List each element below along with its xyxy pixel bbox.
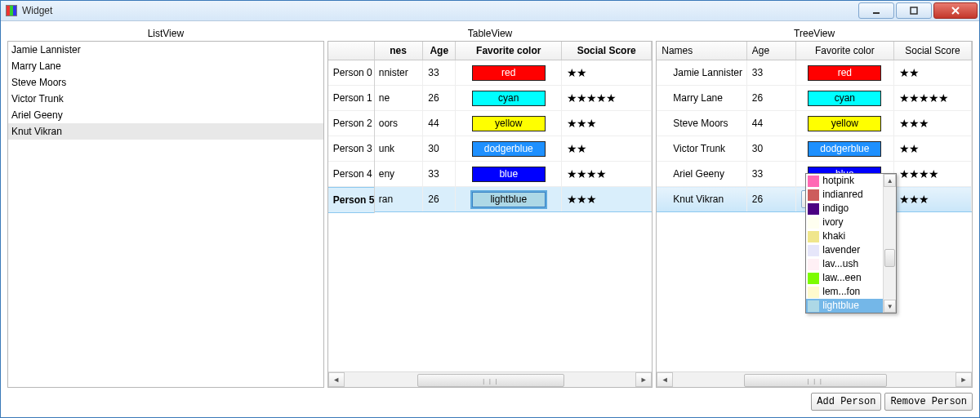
- scroll-thumb[interactable]: | | |: [417, 374, 564, 387]
- scroll-left-icon[interactable]: ◄: [657, 372, 673, 387]
- cell-color[interactable]: cyan: [795, 86, 893, 111]
- cell-color[interactable]: dodgerblue: [456, 136, 562, 162]
- cell-name[interactable]: oors: [374, 111, 423, 136]
- list-item[interactable]: Marry Lane: [8, 58, 323, 74]
- list-item[interactable]: Jamie Lannister: [8, 42, 323, 58]
- minimize-button[interactable]: [858, 2, 894, 19]
- treeview-col-color[interactable]: Favorite color: [795, 42, 893, 60]
- cell-name[interactable]: ran: [374, 187, 423, 212]
- cell-color[interactable]: red: [795, 60, 893, 86]
- cell-score[interactable]: ★★★★: [562, 162, 652, 187]
- cell-name[interactable]: Marry Lane: [657, 86, 746, 111]
- dropdown-option[interactable]: indianred: [806, 188, 884, 202]
- cell-score[interactable]: ★★: [893, 136, 971, 162]
- cell-age[interactable]: 33: [423, 162, 456, 187]
- cell-score[interactable]: ★★★: [893, 187, 971, 212]
- cell-name[interactable]: Ariel Geeny: [657, 162, 746, 187]
- table-row[interactable]: unk30dodgerblue★★: [374, 136, 652, 162]
- treeview-col-names[interactable]: Names: [657, 42, 746, 60]
- cell-name[interactable]: Jamie Lannister: [657, 60, 746, 86]
- tableview-rowheader[interactable]: Person 1: [328, 86, 374, 111]
- cell-score[interactable]: ★★: [893, 60, 971, 86]
- dropdown-v-scrollbar[interactable]: ▲▼: [883, 174, 896, 313]
- table-row[interactable]: ran26lightblue★★★: [374, 187, 652, 212]
- cell-name[interactable]: Victor Trunk: [657, 136, 746, 162]
- dropdown-option[interactable]: hotpink: [806, 174, 884, 188]
- tableview-rowheader[interactable]: Person 0: [328, 60, 374, 86]
- tableview-rowheader[interactable]: Person 3: [328, 136, 374, 162]
- tableview-col-names[interactable]: nes: [374, 42, 423, 60]
- scroll-thumb[interactable]: [884, 249, 895, 267]
- tableview-col-score[interactable]: Social Score: [562, 42, 652, 60]
- cell-color[interactable]: red: [456, 60, 562, 86]
- cell-name[interactable]: eny: [374, 162, 423, 187]
- cell-name[interactable]: nnister: [374, 60, 423, 86]
- tableview-rowheader[interactable]: Person 5: [328, 187, 374, 213]
- scroll-thumb[interactable]: | | |: [744, 374, 887, 387]
- treeview-h-scrollbar[interactable]: ◄ | | | ►: [657, 371, 972, 387]
- cell-age[interactable]: 44: [423, 111, 456, 136]
- tableview-h-scrollbar[interactable]: ◄ | | | ►: [328, 371, 653, 387]
- tableview-col-age[interactable]: Age: [423, 42, 456, 60]
- dropdown-option[interactable]: ivory: [806, 216, 884, 229]
- close-button[interactable]: [933, 2, 978, 19]
- table-row[interactable]: eny33blue★★★★: [374, 162, 652, 187]
- tableview[interactable]: Person 0Person 1Person 2Person 3Person 4…: [327, 41, 653, 388]
- cell-score[interactable]: ★★: [562, 60, 652, 86]
- listview[interactable]: Jamie LannisterMarry LaneSteve MoorsVict…: [7, 41, 324, 388]
- dropdown-option[interactable]: law...een: [806, 271, 884, 285]
- list-item[interactable]: Steve Moors: [8, 74, 323, 91]
- cell-color[interactable]: blue: [456, 162, 562, 187]
- dropdown-option[interactable]: indigo: [806, 202, 884, 216]
- treeview[interactable]: Names Age Favorite color Social Score Ja…: [656, 41, 973, 388]
- scroll-left-icon[interactable]: ◄: [328, 372, 345, 387]
- cell-score[interactable]: ★★★: [893, 111, 971, 136]
- cell-age[interactable]: 30: [746, 136, 795, 162]
- table-row[interactable]: nnister33red★★: [374, 60, 652, 86]
- table-row[interactable]: ne26cyan★★★★★: [374, 86, 652, 111]
- scroll-down-icon[interactable]: ▼: [884, 300, 896, 313]
- cell-age[interactable]: 26: [746, 187, 795, 212]
- tree-row[interactable]: Steve Moors44yellow★★★: [657, 111, 971, 136]
- scroll-right-icon[interactable]: ►: [956, 372, 972, 387]
- cell-age[interactable]: 26: [746, 86, 795, 111]
- cell-color[interactable]: yellow: [456, 111, 562, 136]
- dropdown-option[interactable]: lavender: [806, 243, 884, 257]
- dropdown-option[interactable]: lem...fon: [806, 285, 884, 299]
- list-item[interactable]: Knut Vikran: [8, 123, 323, 140]
- cell-age[interactable]: 33: [423, 60, 456, 86]
- cell-age[interactable]: 26: [423, 187, 456, 212]
- scroll-right-icon[interactable]: ►: [635, 372, 652, 387]
- cell-score[interactable]: ★★: [562, 136, 652, 162]
- cell-color[interactable]: lightblue: [456, 187, 562, 212]
- treeview-col-score[interactable]: Social Score: [893, 42, 971, 60]
- cell-score[interactable]: ★★★★★: [562, 86, 652, 111]
- treeview-col-age[interactable]: Age: [746, 42, 795, 60]
- dropdown-option[interactable]: lav...ush: [806, 257, 884, 271]
- add-person-button[interactable]: Add Person: [811, 393, 881, 411]
- table-row[interactable]: oors44yellow★★★: [374, 111, 652, 136]
- scroll-up-icon[interactable]: ▲: [884, 174, 896, 187]
- dropdown-option[interactable]: lightblue: [806, 299, 884, 313]
- cell-name[interactable]: Knut Vikran: [657, 187, 746, 212]
- tableview-rowheader[interactable]: Person 4: [328, 162, 374, 187]
- cell-name[interactable]: unk: [374, 136, 423, 162]
- cell-name[interactable]: ne: [374, 86, 423, 111]
- tableview-col-color[interactable]: Favorite color: [456, 42, 562, 60]
- tree-row[interactable]: Jamie Lannister33red★★: [657, 60, 971, 86]
- cell-age[interactable]: 44: [746, 111, 795, 136]
- list-item[interactable]: Ariel Geeny: [8, 107, 323, 123]
- maximize-button[interactable]: [896, 2, 932, 19]
- tree-row[interactable]: Victor Trunk30dodgerblue★★: [657, 136, 971, 162]
- cell-score[interactable]: ★★★★: [893, 162, 971, 187]
- cell-name[interactable]: Steve Moors: [657, 111, 746, 136]
- cell-score[interactable]: ★★★: [562, 111, 652, 136]
- cell-age[interactable]: 30: [423, 136, 456, 162]
- cell-color[interactable]: dodgerblue: [795, 136, 893, 162]
- list-item[interactable]: Victor Trunk: [8, 91, 323, 107]
- remove-person-button[interactable]: Remove Person: [884, 393, 973, 411]
- cell-color[interactable]: yellow: [795, 111, 893, 136]
- tree-row[interactable]: Marry Lane26cyan★★★★★: [657, 86, 971, 111]
- cell-age[interactable]: 26: [423, 86, 456, 111]
- cell-age[interactable]: 33: [746, 60, 795, 86]
